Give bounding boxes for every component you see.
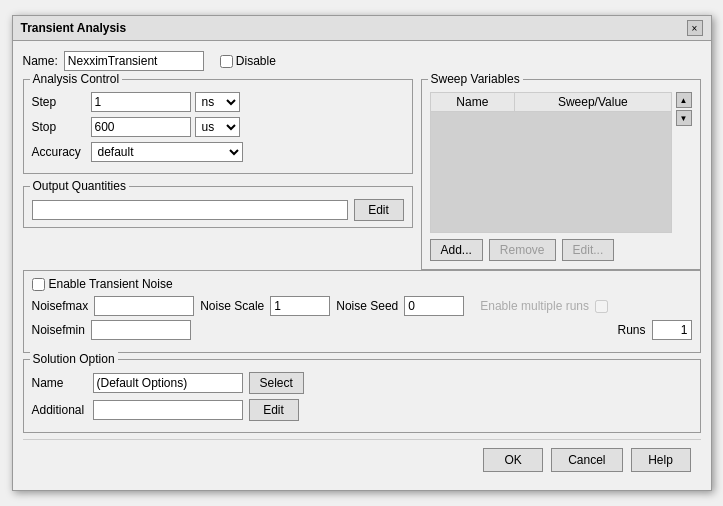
solution-additional-row: Additional Edit	[32, 399, 692, 421]
noise-seed-label: Noise Seed	[336, 299, 398, 313]
sweep-variables-label: Sweep Variables	[428, 72, 523, 86]
enable-transient-noise-label: Enable Transient Noise	[49, 277, 173, 291]
dialog-title: Transient Analysis	[21, 21, 127, 35]
enable-multiple-runs-checkbox[interactable]	[595, 300, 608, 313]
ok-button[interactable]: OK	[483, 448, 543, 472]
sol-name-input[interactable]	[93, 373, 243, 393]
stop-unit-select[interactable]: fs ps ns us ms s	[195, 117, 240, 137]
solution-select-button[interactable]: Select	[249, 372, 304, 394]
disable-check-group: Disable	[220, 54, 276, 68]
sol-additional-label: Additional	[32, 403, 87, 417]
right-panel: Sweep Variables Name Sweep/Value ▲ ▼	[421, 79, 701, 270]
sweep-col-sweep: Sweep/Value	[515, 93, 670, 111]
sweep-remove-button[interactable]: Remove	[489, 239, 556, 261]
output-edit-button[interactable]: Edit	[354, 199, 404, 221]
main-area: Analysis Control Step fs ps ns us ms	[23, 79, 701, 270]
noisefmin-input[interactable]	[91, 320, 191, 340]
sweep-add-button[interactable]: Add...	[430, 239, 483, 261]
accuracy-label: Accuracy	[32, 145, 87, 159]
sweep-col-name: Name	[431, 93, 516, 111]
disable-label: Disable	[236, 54, 276, 68]
analysis-control-inner: Step fs ps ns us ms s	[32, 86, 404, 162]
sweep-table-body[interactable]	[431, 112, 671, 232]
sweep-table-header: Name Sweep/Value	[431, 93, 671, 112]
output-quantities-input[interactable]	[32, 200, 348, 220]
accuracy-row: Accuracy default normal high	[32, 142, 404, 162]
noise-scale-input[interactable]	[270, 296, 330, 316]
scroll-up-button[interactable]: ▲	[676, 92, 692, 108]
sweep-variables-group: Sweep Variables Name Sweep/Value ▲ ▼	[421, 79, 701, 270]
solution-edit-button[interactable]: Edit	[249, 399, 299, 421]
output-quantities-group: Output Quantities Edit	[23, 186, 413, 228]
sweep-actions: Add... Remove Edit...	[430, 239, 692, 261]
sweep-table-wrapper: Name Sweep/Value ▲ ▼	[430, 92, 692, 233]
solution-name-row: Name Select	[32, 372, 692, 394]
left-panel: Analysis Control Step fs ps ns us ms	[23, 79, 413, 270]
noise-seed-input[interactable]	[404, 296, 464, 316]
scroll-down-button[interactable]: ▼	[676, 110, 692, 126]
noisefmax-label: Noisefmax	[32, 299, 89, 313]
accuracy-select[interactable]: default normal high	[91, 142, 243, 162]
step-input[interactable]	[91, 92, 191, 112]
enable-transient-noise-checkbox[interactable]	[32, 278, 45, 291]
stop-input[interactable]	[91, 117, 191, 137]
sweep-scrollbar: ▲ ▼	[676, 92, 692, 233]
noisefmin-label: Noisefmin	[32, 323, 85, 337]
noisefmax-input[interactable]	[94, 296, 194, 316]
disable-checkbox[interactable]	[220, 55, 233, 68]
runs-input[interactable]	[652, 320, 692, 340]
transient-noise-section: Enable Transient Noise Noisefmax Noise S…	[23, 270, 701, 353]
enable-multiple-runs-label: Enable multiple runs	[480, 299, 589, 313]
title-bar: Transient Analysis ×	[13, 16, 711, 41]
noise-fields-row-2: Noisefmin Runs	[32, 320, 692, 340]
step-row: Step fs ps ns us ms s	[32, 92, 404, 112]
transient-analysis-dialog: Transient Analysis × Name: Disable Analy…	[12, 15, 712, 491]
solution-option-group: Solution Option Name Select Additional E…	[23, 359, 701, 433]
analysis-control-group: Analysis Control Step fs ps ns us ms	[23, 79, 413, 174]
sol-name-label: Name	[32, 376, 87, 390]
output-quantities-label: Output Quantities	[30, 179, 129, 193]
close-button[interactable]: ×	[687, 20, 703, 36]
output-quantities-inner: Edit	[32, 193, 404, 221]
step-unit-select[interactable]: fs ps ns us ms s	[195, 92, 240, 112]
dialog-footer: OK Cancel Help	[23, 439, 701, 480]
solution-option-inner: Name Select Additional Edit	[32, 366, 692, 421]
analysis-control-label: Analysis Control	[30, 72, 123, 86]
solution-option-label: Solution Option	[30, 352, 118, 366]
noise-scale-label: Noise Scale	[200, 299, 264, 313]
runs-label: Runs	[617, 323, 645, 337]
noise-check-row: Enable Transient Noise	[32, 277, 692, 291]
sweep-table: Name Sweep/Value	[430, 92, 672, 233]
stop-label: Stop	[32, 120, 87, 134]
noise-fields-row-1: Noisefmax Noise Scale Noise Seed Enable …	[32, 296, 692, 316]
name-input[interactable]	[64, 51, 204, 71]
sweep-edit-button[interactable]: Edit...	[562, 239, 615, 261]
name-row: Name: Disable	[23, 51, 701, 71]
name-label: Name:	[23, 54, 58, 68]
stop-row: Stop fs ps ns us ms s	[32, 117, 404, 137]
step-label: Step	[32, 95, 87, 109]
sol-additional-input[interactable]	[93, 400, 243, 420]
help-button[interactable]: Help	[631, 448, 691, 472]
dialog-content: Name: Disable Analysis Control Step	[13, 41, 711, 490]
cancel-button[interactable]: Cancel	[551, 448, 622, 472]
